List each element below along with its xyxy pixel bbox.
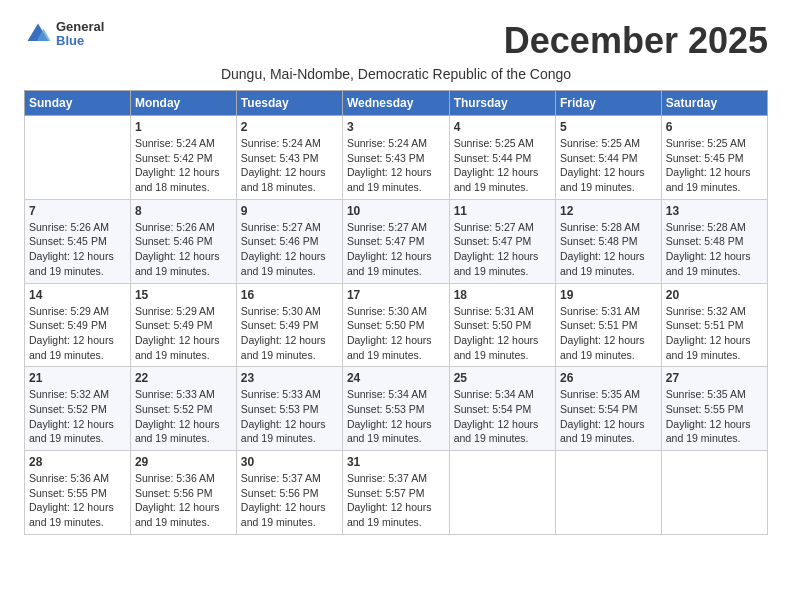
weekday-header-sunday: Sunday [25, 91, 131, 116]
day-info: Sunrise: 5:27 AM Sunset: 5:47 PM Dayligh… [454, 220, 551, 279]
day-number: 15 [135, 288, 232, 302]
day-number: 20 [666, 288, 763, 302]
day-cell: 13Sunrise: 5:28 AM Sunset: 5:48 PM Dayli… [661, 199, 767, 283]
day-info: Sunrise: 5:27 AM Sunset: 5:46 PM Dayligh… [241, 220, 338, 279]
day-number: 6 [666, 120, 763, 134]
weekday-header-tuesday: Tuesday [236, 91, 342, 116]
day-cell: 27Sunrise: 5:35 AM Sunset: 5:55 PM Dayli… [661, 367, 767, 451]
weekday-header-monday: Monday [130, 91, 236, 116]
day-number: 7 [29, 204, 126, 218]
day-cell: 10Sunrise: 5:27 AM Sunset: 5:47 PM Dayli… [342, 199, 449, 283]
day-number: 10 [347, 204, 445, 218]
day-info: Sunrise: 5:24 AM Sunset: 5:43 PM Dayligh… [347, 136, 445, 195]
day-number: 21 [29, 371, 126, 385]
day-cell: 9Sunrise: 5:27 AM Sunset: 5:46 PM Daylig… [236, 199, 342, 283]
day-cell: 11Sunrise: 5:27 AM Sunset: 5:47 PM Dayli… [449, 199, 555, 283]
day-info: Sunrise: 5:32 AM Sunset: 5:51 PM Dayligh… [666, 304, 763, 363]
day-info: Sunrise: 5:31 AM Sunset: 5:50 PM Dayligh… [454, 304, 551, 363]
day-info: Sunrise: 5:29 AM Sunset: 5:49 PM Dayligh… [135, 304, 232, 363]
day-number: 19 [560, 288, 657, 302]
day-number: 30 [241, 455, 338, 469]
day-number: 18 [454, 288, 551, 302]
day-info: Sunrise: 5:33 AM Sunset: 5:52 PM Dayligh… [135, 387, 232, 446]
day-info: Sunrise: 5:25 AM Sunset: 5:44 PM Dayligh… [454, 136, 551, 195]
day-cell: 19Sunrise: 5:31 AM Sunset: 5:51 PM Dayli… [555, 283, 661, 367]
day-number: 29 [135, 455, 232, 469]
day-info: Sunrise: 5:24 AM Sunset: 5:42 PM Dayligh… [135, 136, 232, 195]
day-cell: 28Sunrise: 5:36 AM Sunset: 5:55 PM Dayli… [25, 451, 131, 535]
subtitle: Dungu, Mai-Ndombe, Democratic Republic o… [24, 66, 768, 82]
day-info: Sunrise: 5:28 AM Sunset: 5:48 PM Dayligh… [666, 220, 763, 279]
day-info: Sunrise: 5:33 AM Sunset: 5:53 PM Dayligh… [241, 387, 338, 446]
day-info: Sunrise: 5:37 AM Sunset: 5:57 PM Dayligh… [347, 471, 445, 530]
day-number: 27 [666, 371, 763, 385]
day-cell: 17Sunrise: 5:30 AM Sunset: 5:50 PM Dayli… [342, 283, 449, 367]
day-number: 28 [29, 455, 126, 469]
day-info: Sunrise: 5:30 AM Sunset: 5:49 PM Dayligh… [241, 304, 338, 363]
day-info: Sunrise: 5:24 AM Sunset: 5:43 PM Dayligh… [241, 136, 338, 195]
day-info: Sunrise: 5:28 AM Sunset: 5:48 PM Dayligh… [560, 220, 657, 279]
day-cell: 14Sunrise: 5:29 AM Sunset: 5:49 PM Dayli… [25, 283, 131, 367]
day-cell: 2Sunrise: 5:24 AM Sunset: 5:43 PM Daylig… [236, 116, 342, 200]
day-cell: 31Sunrise: 5:37 AM Sunset: 5:57 PM Dayli… [342, 451, 449, 535]
day-number: 24 [347, 371, 445, 385]
calendar: SundayMondayTuesdayWednesdayThursdayFrid… [24, 90, 768, 535]
day-info: Sunrise: 5:25 AM Sunset: 5:44 PM Dayligh… [560, 136, 657, 195]
day-cell: 8Sunrise: 5:26 AM Sunset: 5:46 PM Daylig… [130, 199, 236, 283]
day-info: Sunrise: 5:36 AM Sunset: 5:56 PM Dayligh… [135, 471, 232, 530]
week-row-4: 21Sunrise: 5:32 AM Sunset: 5:52 PM Dayli… [25, 367, 768, 451]
day-number: 2 [241, 120, 338, 134]
day-info: Sunrise: 5:27 AM Sunset: 5:47 PM Dayligh… [347, 220, 445, 279]
day-number: 17 [347, 288, 445, 302]
day-info: Sunrise: 5:34 AM Sunset: 5:53 PM Dayligh… [347, 387, 445, 446]
month-title: December 2025 [504, 20, 768, 62]
week-row-5: 28Sunrise: 5:36 AM Sunset: 5:55 PM Dayli… [25, 451, 768, 535]
day-cell [449, 451, 555, 535]
weekday-header-saturday: Saturday [661, 91, 767, 116]
day-number: 16 [241, 288, 338, 302]
day-cell: 23Sunrise: 5:33 AM Sunset: 5:53 PM Dayli… [236, 367, 342, 451]
weekday-header-thursday: Thursday [449, 91, 555, 116]
day-number: 13 [666, 204, 763, 218]
day-cell: 6Sunrise: 5:25 AM Sunset: 5:45 PM Daylig… [661, 116, 767, 200]
day-info: Sunrise: 5:26 AM Sunset: 5:46 PM Dayligh… [135, 220, 232, 279]
day-info: Sunrise: 5:34 AM Sunset: 5:54 PM Dayligh… [454, 387, 551, 446]
day-info: Sunrise: 5:36 AM Sunset: 5:55 PM Dayligh… [29, 471, 126, 530]
day-number: 3 [347, 120, 445, 134]
day-cell: 5Sunrise: 5:25 AM Sunset: 5:44 PM Daylig… [555, 116, 661, 200]
day-info: Sunrise: 5:35 AM Sunset: 5:54 PM Dayligh… [560, 387, 657, 446]
day-number: 22 [135, 371, 232, 385]
day-cell: 4Sunrise: 5:25 AM Sunset: 5:44 PM Daylig… [449, 116, 555, 200]
day-cell: 15Sunrise: 5:29 AM Sunset: 5:49 PM Dayli… [130, 283, 236, 367]
day-info: Sunrise: 5:26 AM Sunset: 5:45 PM Dayligh… [29, 220, 126, 279]
day-cell [25, 116, 131, 200]
day-number: 14 [29, 288, 126, 302]
day-cell: 30Sunrise: 5:37 AM Sunset: 5:56 PM Dayli… [236, 451, 342, 535]
day-cell: 29Sunrise: 5:36 AM Sunset: 5:56 PM Dayli… [130, 451, 236, 535]
logo: General Blue [24, 20, 104, 49]
day-number: 5 [560, 120, 657, 134]
day-cell: 24Sunrise: 5:34 AM Sunset: 5:53 PM Dayli… [342, 367, 449, 451]
day-info: Sunrise: 5:29 AM Sunset: 5:49 PM Dayligh… [29, 304, 126, 363]
header: General Blue December 2025 [24, 20, 768, 62]
day-cell: 1Sunrise: 5:24 AM Sunset: 5:42 PM Daylig… [130, 116, 236, 200]
day-cell: 12Sunrise: 5:28 AM Sunset: 5:48 PM Dayli… [555, 199, 661, 283]
day-number: 1 [135, 120, 232, 134]
logo-text: General Blue [56, 20, 104, 49]
day-number: 25 [454, 371, 551, 385]
day-number: 12 [560, 204, 657, 218]
day-info: Sunrise: 5:30 AM Sunset: 5:50 PM Dayligh… [347, 304, 445, 363]
weekday-header-friday: Friday [555, 91, 661, 116]
day-cell [661, 451, 767, 535]
day-number: 9 [241, 204, 338, 218]
day-cell: 21Sunrise: 5:32 AM Sunset: 5:52 PM Dayli… [25, 367, 131, 451]
day-cell: 18Sunrise: 5:31 AM Sunset: 5:50 PM Dayli… [449, 283, 555, 367]
day-cell: 3Sunrise: 5:24 AM Sunset: 5:43 PM Daylig… [342, 116, 449, 200]
week-row-2: 7Sunrise: 5:26 AM Sunset: 5:45 PM Daylig… [25, 199, 768, 283]
day-number: 31 [347, 455, 445, 469]
day-cell: 22Sunrise: 5:33 AM Sunset: 5:52 PM Dayli… [130, 367, 236, 451]
day-info: Sunrise: 5:31 AM Sunset: 5:51 PM Dayligh… [560, 304, 657, 363]
week-row-3: 14Sunrise: 5:29 AM Sunset: 5:49 PM Dayli… [25, 283, 768, 367]
week-row-1: 1Sunrise: 5:24 AM Sunset: 5:42 PM Daylig… [25, 116, 768, 200]
day-info: Sunrise: 5:32 AM Sunset: 5:52 PM Dayligh… [29, 387, 126, 446]
